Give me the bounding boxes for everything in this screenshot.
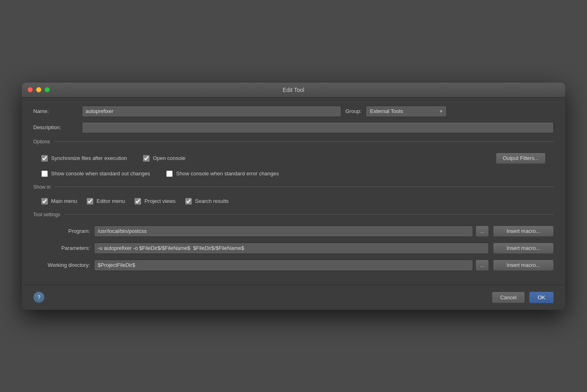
title-bar: Edit Tool: [22, 83, 565, 98]
synchronize-files-label: Synchronize files after execution: [51, 155, 127, 161]
dialog-title: Edit Tool: [283, 87, 304, 93]
dialog-footer: ? Cancel OK: [22, 285, 565, 310]
parameters-input-wrapper: [94, 243, 489, 254]
show-in-section: Main menu Editor menu Project views Sear…: [33, 196, 554, 206]
editor-menu-checkbox[interactable]: [87, 198, 93, 205]
footer-buttons: Cancel OK: [492, 292, 554, 303]
parameters-label: Parameters:: [33, 245, 90, 251]
program-input-wrapper: ...: [94, 226, 489, 237]
options-grid: Synchronize files after execution Open c…: [33, 151, 554, 179]
show-in-section-divider: Show in: [33, 184, 554, 190]
main-menu-label: Main menu: [51, 198, 77, 204]
description-label: Description:: [33, 124, 78, 130]
main-menu-checkbox[interactable]: [41, 198, 48, 205]
program-label: Program:: [33, 228, 90, 234]
show-in-row: Main menu Editor menu Project views Sear…: [41, 198, 546, 205]
edit-tool-dialog: Edit Tool Name: Group: External Tools ▼ …: [22, 83, 565, 310]
program-row: Program: ... Insert macro...: [33, 226, 554, 237]
synchronize-files-checkbox[interactable]: [41, 155, 48, 162]
search-results-checkbox[interactable]: [185, 198, 192, 205]
description-input[interactable]: [82, 122, 554, 133]
ok-button[interactable]: OK: [529, 292, 554, 303]
program-browse-button[interactable]: ...: [476, 226, 489, 237]
working-directory-browse-button[interactable]: ...: [476, 260, 489, 271]
working-directory-input-wrapper: ...: [94, 260, 489, 271]
show-console-stderr-checkbox-item[interactable]: Show console when standard error changes: [166, 170, 279, 177]
options-section-label: Options: [33, 139, 50, 145]
working-directory-label: Working directory:: [33, 262, 90, 268]
show-console-stdout-label: Show console when standard out changes: [51, 170, 150, 177]
tool-settings-section-divider: Tool settings: [33, 212, 554, 217]
editor-menu-checkbox-item[interactable]: Editor menu: [87, 198, 125, 205]
options-section-divider: Options: [33, 139, 554, 145]
show-console-stdout-checkbox[interactable]: [41, 170, 48, 177]
open-console-label: Open console: [153, 155, 185, 161]
group-label: Group:: [345, 108, 362, 114]
project-views-checkbox[interactable]: [135, 198, 141, 205]
group-select-wrapper: External Tools ▼: [366, 106, 447, 117]
main-menu-checkbox-item[interactable]: Main menu: [41, 198, 77, 205]
open-console-checkbox-item[interactable]: Open console: [143, 155, 185, 162]
open-console-checkbox[interactable]: [143, 155, 150, 162]
description-row: Description:: [33, 122, 554, 133]
group-select[interactable]: External Tools: [366, 106, 447, 117]
program-input[interactable]: [94, 226, 473, 237]
options-row-1: Synchronize files after execution Open c…: [41, 153, 546, 164]
search-results-label: Search results: [195, 198, 229, 204]
parameters-row: Parameters: Insert macro...: [33, 243, 554, 254]
working-directory-insert-macro-button[interactable]: Insert macro...: [493, 260, 554, 271]
show-console-stderr-checkbox[interactable]: [166, 170, 173, 177]
editor-menu-label: Editor menu: [96, 198, 125, 204]
help-button[interactable]: ?: [33, 292, 45, 303]
name-group-row: Name: Group: External Tools ▼: [33, 106, 554, 117]
show-console-stderr-label: Show console when standard error changes: [176, 170, 279, 177]
working-directory-row: Working directory: ... Insert macro...: [33, 260, 554, 271]
cancel-button[interactable]: Cancel: [492, 292, 525, 303]
tool-settings-section-label: Tool settings: [33, 212, 60, 217]
tool-settings-divider-line: [64, 214, 554, 215]
name-input[interactable]: [82, 106, 341, 117]
window-controls: [28, 87, 50, 92]
project-views-checkbox-item[interactable]: Project views: [135, 198, 176, 205]
close-button[interactable]: [28, 87, 33, 92]
output-filters-button[interactable]: Output Filters...: [496, 153, 546, 164]
parameters-insert-macro-button[interactable]: Insert macro...: [493, 243, 554, 254]
maximize-button[interactable]: [45, 87, 50, 92]
show-in-divider-line: [55, 187, 554, 187]
show-in-section-label: Show in: [33, 184, 51, 190]
name-label: Name:: [33, 108, 78, 114]
program-insert-macro-button[interactable]: Insert macro...: [493, 226, 554, 237]
dialog-content: Name: Group: External Tools ▼ Descriptio…: [22, 98, 565, 281]
search-results-checkbox-item[interactable]: Search results: [185, 198, 229, 205]
tool-settings-grid: Program: ... Insert macro... Parameters:…: [33, 224, 554, 273]
synchronize-files-checkbox-item[interactable]: Synchronize files after execution: [41, 155, 127, 162]
project-views-label: Project views: [144, 198, 176, 204]
options-divider-line: [54, 141, 554, 142]
show-console-stdout-checkbox-item[interactable]: Show console when standard out changes: [41, 170, 150, 177]
working-directory-input[interactable]: [94, 260, 473, 271]
options-row-2: Show console when standard out changes S…: [41, 170, 546, 177]
parameters-input[interactable]: [94, 243, 489, 254]
minimize-button[interactable]: [36, 87, 41, 92]
